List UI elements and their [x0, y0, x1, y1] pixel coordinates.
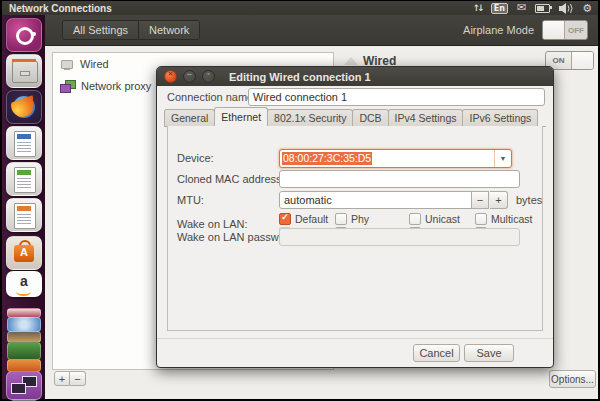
add-connection-button[interactable]: + [54, 371, 70, 386]
software-center-icon[interactable]: A [6, 236, 42, 270]
network-proxy-icon [60, 80, 74, 92]
checkbox-icon [409, 213, 421, 225]
dialog-titlebar[interactable]: Editing Wired connection 1 [157, 67, 553, 86]
toggle-handle [543, 21, 565, 39]
airplane-mode-toggle[interactable]: OFF [542, 20, 588, 40]
wake-on-lan-label: Wake on LAN: [177, 218, 248, 230]
firefox-icon[interactable] [6, 90, 42, 124]
displays-settings-icon[interactable] [6, 371, 42, 400]
maximize-icon[interactable] [202, 70, 215, 83]
connection-name-label: Connection name: [167, 91, 256, 103]
session-gear-icon[interactable]: ⚙ [582, 3, 592, 14]
libreoffice-calc-icon[interactable] [6, 162, 42, 196]
cloned-mac-input[interactable] [279, 170, 520, 188]
list-toolbar: + − [54, 371, 86, 386]
mtu-unit-label: bytes [516, 194, 542, 206]
amazon-icon[interactable]: a [6, 271, 42, 297]
mtu-label: MTU: [177, 194, 204, 206]
device-selected-value: 08:00:27:3C:35:D5 [282, 152, 372, 165]
tab-ipv6-settings[interactable]: IPv6 Settings [462, 109, 538, 126]
tab-ipv4-settings[interactable]: IPv4 Settings [388, 109, 464, 126]
toggle-state-label: OFF [565, 21, 587, 39]
checkbox-icon [279, 213, 291, 225]
close-icon[interactable] [164, 70, 177, 83]
device-combobox[interactable]: 08:00:27:3C:35:D5 ▼ [279, 149, 512, 168]
settings-header: All Settings Network Airplane Mode OFF [45, 15, 598, 46]
airplane-mode-control: Airplane Mode OFF [463, 15, 588, 45]
device-label: Device: [177, 152, 214, 164]
checkbox-icon [475, 213, 487, 225]
network-breadcrumb-button[interactable]: Network [138, 21, 199, 39]
chevron-down-icon[interactable]: ▼ [494, 150, 511, 167]
files-icon[interactable] [6, 54, 42, 88]
toggle-handle [571, 52, 593, 69]
wol-checkbox-phy[interactable]: Phy [335, 212, 409, 225]
all-settings-button[interactable]: All Settings [63, 21, 138, 39]
list-item-label: Wired [80, 58, 109, 70]
ubuntu-logo-icon[interactable] [6, 18, 42, 52]
breadcrumb: All Settings Network [62, 20, 200, 40]
dialog-tabs: General Ethernet 802.1x Security DCB IPv… [164, 108, 546, 127]
cloned-mac-label: Cloned MAC address: [177, 173, 285, 185]
pane-pointer-arrow [344, 57, 358, 65]
tab-dcb[interactable]: DCB [352, 109, 388, 126]
wol-checkbox-default[interactable]: Default [279, 212, 335, 225]
mtu-input[interactable]: automatic [279, 191, 475, 209]
unity-launcher: A a [2, 15, 45, 399]
stacked-app-icon[interactable] [7, 342, 41, 360]
save-button[interactable]: Save [464, 344, 514, 362]
wol-checkbox-multicast[interactable]: Multicast [475, 212, 555, 225]
connection-name-input[interactable]: Wired connection 1 [248, 88, 545, 106]
volume-icon[interactable] [559, 3, 573, 14]
dialog-title: Editing Wired connection 1 [229, 71, 371, 83]
wol-password-input [279, 228, 520, 246]
cancel-button[interactable]: Cancel [413, 344, 460, 362]
active-window-title: Network Connections [9, 3, 112, 14]
tab-8021x-security[interactable]: 802.1x Security [267, 109, 353, 126]
messages-icon[interactable]: ✉ [517, 3, 526, 13]
list-item-label: Network proxy [81, 80, 151, 92]
tab-ethernet[interactable]: Ethernet [214, 107, 268, 127]
wol-checkbox-unicast[interactable]: Unicast [409, 212, 475, 225]
options-button[interactable]: Options... [549, 370, 596, 388]
top-panel: Network Connections ↑↓ En ✉ ⚙ [2, 1, 598, 15]
mtu-increment-button[interactable]: + [490, 191, 508, 209]
dialog-separator [157, 338, 553, 339]
checkbox-icon [335, 213, 347, 225]
minimize-icon[interactable] [183, 70, 196, 83]
edit-connection-dialog: Editing Wired connection 1 Connection na… [156, 66, 554, 368]
mtu-decrement-button[interactable]: − [471, 191, 489, 209]
system-tray: ↑↓ En ✉ ⚙ [473, 1, 592, 15]
libreoffice-writer-icon[interactable] [6, 126, 42, 160]
stacked-app-icon[interactable] [7, 317, 41, 332]
wired-network-icon [60, 59, 73, 70]
airplane-mode-label: Airplane Mode [463, 24, 534, 36]
network-activity-icon[interactable]: ↑↓ [473, 3, 482, 13]
desktop: Network Connections ↑↓ En ✉ ⚙ A a All S [0, 0, 600, 401]
keyboard-layout-indicator[interactable]: En [491, 3, 508, 14]
battery-icon[interactable] [535, 4, 550, 13]
remove-connection-button[interactable]: − [70, 371, 86, 386]
tab-general[interactable]: General [164, 109, 215, 126]
libreoffice-impress-icon[interactable] [6, 198, 42, 232]
